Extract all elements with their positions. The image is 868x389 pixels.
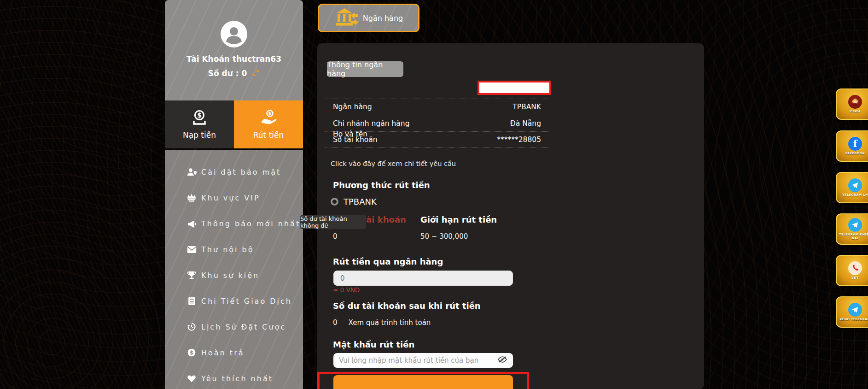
method-option-row[interactable]: TPBANK <box>331 197 377 206</box>
withdraw-amount-input[interactable] <box>333 271 513 286</box>
phone-contact-icon[interactable]: SĐT <box>836 255 868 286</box>
balance-after-row: 0 Xem quá trình tính toán <box>333 318 431 327</box>
tab-deposit[interactable]: $ Nạp tiền <box>165 100 234 148</box>
envelope-icon <box>186 246 197 253</box>
sidebar-item-label: Thư nội bộ <box>201 245 254 254</box>
withdraw-limit-value: 50 ~ 300,000 <box>420 232 468 241</box>
bank-icon <box>334 7 358 29</box>
avatar <box>221 21 247 47</box>
account-line: Tài Khoản thuctran63 <box>165 54 303 64</box>
tab-withdraw[interactable]: $ Rút tiền <box>234 100 303 148</box>
telegram-complaint-contact-icon[interactable]: TELEGRAM KHIẾU NẠI <box>836 213 868 245</box>
balance-line: Số dư : 0 <box>165 69 303 79</box>
requirements-detail-link[interactable]: Click vào đây để xem chi tiết yêu cầu <box>331 160 456 167</box>
history-icon <box>186 322 197 331</box>
svg-text:$: $ <box>197 112 202 119</box>
user-panel: Tài Khoản thuctran63 Số dư : 0 <box>165 0 303 100</box>
refresh-balance-icon[interactable] <box>252 69 260 79</box>
account-number-value: ******28805 <box>497 136 541 144</box>
sidebar-item-label: Cài đặt bảo mật <box>201 168 281 177</box>
vnd-conversion-hint: = 0 VND <box>333 286 360 294</box>
sidebar-item-label: Yêu thích nhất <box>201 374 273 383</box>
sidebar-menu: Cài đặt bảo mật VIP Khu vực VIP Thông bá… <box>165 150 303 389</box>
sidebar-item-label: Thông báo mới nhất <box>201 219 300 228</box>
cskh-contact-icon[interactable]: CSKH <box>836 88 868 120</box>
tab-deposit-label: Nạp tiền <box>183 130 216 140</box>
method-option-label: TPBANK <box>344 197 377 206</box>
balance-after-title: Số dư tài khoản sau khi rút tiền <box>333 301 481 311</box>
sidebar-item-bet-history[interactable]: Lịch Sử Đặt Cược <box>165 314 303 340</box>
vip-crown-icon: VIP <box>186 193 197 202</box>
divider <box>325 99 548 99</box>
telegram-channel-contact-icon[interactable]: KÊNH TELEGRAM <box>836 296 868 328</box>
receipt-icon <box>186 296 197 306</box>
full-name-field-annotation[interactable] <box>478 81 551 95</box>
password-section-title: Mật khẩu rút tiền <box>333 340 414 349</box>
contact-label: SĐT <box>851 277 859 280</box>
username: thuctran63 <box>233 54 281 64</box>
user-shield-icon <box>186 168 197 177</box>
facebook-contact-icon[interactable]: f FACEBOOK <box>836 130 868 162</box>
balance-value: 0 <box>242 69 247 78</box>
radio-selected-icon[interactable] <box>331 198 338 206</box>
background-streaks <box>0 0 152 389</box>
phone-icon <box>848 261 862 275</box>
method-section-title: Phương thức rút tiền <box>333 180 430 190</box>
bank-name-label: Ngân hàng <box>333 103 372 111</box>
eye-slash-icon[interactable] <box>497 356 507 365</box>
dollar-circle-icon: $ <box>186 348 197 357</box>
svg-text:VIP: VIP <box>189 200 194 202</box>
divider <box>325 115 548 115</box>
withdraw-submit-button[interactable]: Rút tiền <box>333 375 513 389</box>
sidebar-item-vip[interactable]: VIP Khu vực VIP <box>165 185 303 211</box>
contact-label: TELEGRAM KHIẾU NẠI <box>838 233 868 240</box>
balance-after-value: 0 <box>333 318 338 327</box>
withdraw-password-field[interactable] <box>333 353 513 368</box>
trophy-icon <box>186 271 197 280</box>
withdraw-limit-title: Giới hạn rút tiền <box>420 215 497 224</box>
account-label: Tài Khoản <box>186 54 230 64</box>
megaphone-icon <box>186 219 197 228</box>
sidebar-item-security[interactable]: Cài đặt bảo mật <box>165 159 303 185</box>
contact-label: TELEGRAM LH <box>842 194 868 197</box>
floating-contact-column: CSKH f FACEBOOK TELEGRAM LH TELEGRAM KHI… <box>836 0 868 389</box>
withdraw-password-input[interactable] <box>339 356 497 365</box>
sidebar-item-transactions[interactable]: Chi Tiết Giao Dịch <box>165 288 303 314</box>
sidebar-item-label: Lịch Sử Đặt Cược <box>201 323 286 331</box>
withdraw-panel: Thông tin ngân hàng Họ và tên Ngân hàng … <box>317 43 704 389</box>
bank-tab-label: Ngân hàng <box>363 14 403 23</box>
telegram-icon <box>848 303 862 317</box>
deposit-icon: $ <box>191 110 208 127</box>
balance-label: Số dư : <box>208 69 239 78</box>
tab-withdraw-label: Rút tiền <box>253 130 284 140</box>
sidebar-item-label: Khu sự kiện <box>201 271 259 280</box>
contact-label: FACEBOOK <box>845 152 865 156</box>
sidebar-item-label: Chi Tiết Giao Dịch <box>201 297 292 306</box>
contact-label: KÊNH TELEGRAM <box>839 318 868 322</box>
divider <box>325 131 548 132</box>
sidebar-item-favorites[interactable]: Yêu thích nhất <box>165 365 303 389</box>
page: Tài Khoản thuctran63 Số dư : 0 $ <box>0 0 868 389</box>
sidebar-item-inbox[interactable]: Thư nội bộ <box>165 236 303 262</box>
sidebar-item-announcements[interactable]: Thông báo mới nhất <box>165 211 303 236</box>
telegram-icon <box>848 218 862 232</box>
bank-method-tab[interactable]: Ngân hàng <box>318 4 419 32</box>
calculation-link[interactable]: Xem quá trình tính toán <box>349 318 431 327</box>
insufficient-balance-tooltip: Số dư tài khoản không đủ <box>300 215 366 229</box>
sidebar-item-rebate[interactable]: $ Hoàn trả <box>165 340 303 365</box>
sidebar-item-events[interactable]: Khu sự kiện <box>165 262 303 288</box>
bank-name-value: TPBANK <box>513 103 541 111</box>
account-balance-value: 0 <box>333 232 338 241</box>
svg-text:$: $ <box>190 349 193 356</box>
withdraw-icon: $ <box>260 110 277 127</box>
heart-icon <box>186 374 197 383</box>
contact-label: CSKH <box>850 110 860 114</box>
divider <box>325 147 548 148</box>
support-agent-icon <box>848 95 862 109</box>
bank-branch-value: Đà Nẵng <box>510 119 541 128</box>
sidebar-item-label: Hoàn trả <box>201 348 245 357</box>
svg-text:$: $ <box>268 111 272 116</box>
amount-section-title: Rút tiền qua ngân hàng <box>333 257 443 266</box>
telegram-lh-contact-icon[interactable]: TELEGRAM LH <box>836 172 868 203</box>
bank-branch-label: Chi nhánh ngân hàng <box>333 119 410 128</box>
